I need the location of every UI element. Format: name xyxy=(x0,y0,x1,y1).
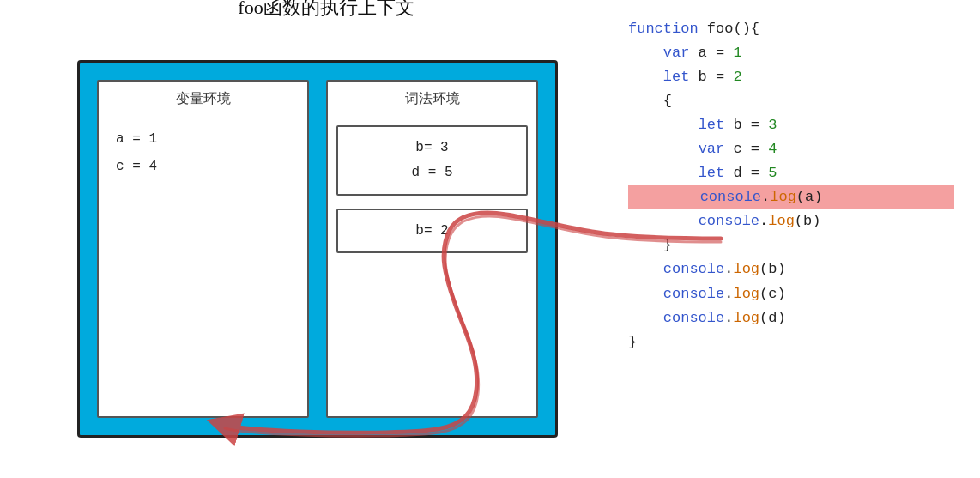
code-area: function foo(){ var a = 1 let b = 2 { le… xyxy=(628,17,954,354)
code-line-8: console.log(b) xyxy=(628,209,954,233)
diagram-area: foo函数的执行上下文 变量环境 a = 1 c = 4 词法环境 b= 3 d… xyxy=(77,26,575,446)
code-line-13: } xyxy=(628,330,954,354)
variable-env-title: 变量环境 xyxy=(107,90,299,108)
lex-line-1: b= 3 xyxy=(351,136,513,160)
code-line-1: var a = 1 xyxy=(628,41,954,65)
lexical-subbox-2: b= 2 xyxy=(336,209,528,254)
lexical-subbox-1: b= 3 d = 5 xyxy=(336,125,528,196)
code-line-10: console.log(b) xyxy=(628,257,954,281)
var-line-1: a = 1 xyxy=(116,125,299,153)
outer-title: foo函数的执行上下文 xyxy=(77,0,575,21)
code-line-12: console.log(d) xyxy=(628,306,954,330)
code-line-3: { xyxy=(628,89,954,113)
outer-box: 变量环境 a = 1 c = 4 词法环境 b= 3 d = 5 b= 2 xyxy=(77,60,558,438)
code-line-0: function foo(){ xyxy=(628,17,954,41)
code-line-7: console.log(a) xyxy=(628,185,954,209)
lexical-env-title: 词法环境 xyxy=(336,90,528,108)
code-line-5: var c = 4 xyxy=(628,137,954,161)
variable-env-content: a = 1 c = 4 xyxy=(107,125,299,180)
code-line-2: let b = 2 xyxy=(628,65,954,89)
lex-line-2: d = 5 xyxy=(351,160,513,185)
code-line-11: console.log(c) xyxy=(628,282,954,306)
lex-line-3: b= 2 xyxy=(351,219,513,244)
var-line-2: c = 4 xyxy=(116,153,299,180)
lexical-env-panel: 词法环境 b= 3 d = 5 b= 2 xyxy=(326,80,538,418)
code-line-4: let b = 3 xyxy=(628,113,954,137)
code-line-9: } xyxy=(628,233,954,257)
variable-env-panel: 变量环境 a = 1 c = 4 xyxy=(97,80,309,418)
code-line-6: let d = 5 xyxy=(628,161,954,185)
